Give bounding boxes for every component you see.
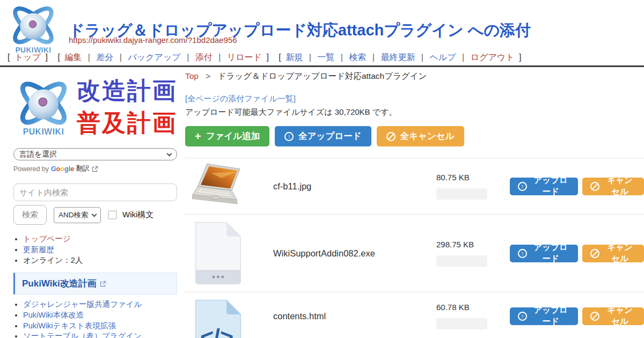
sidebar-link-core-mod[interactable]: PukiWiki本体改造 <box>23 311 84 319</box>
breadcrumb-current: ドラッグ＆ドロップアップロード対応attachプラグイン <box>218 71 427 80</box>
table-row: </> contents.html 60.78 KB アップロード キャンセル <box>185 292 644 338</box>
nav-item-top[interactable]: トップ <box>14 53 41 62</box>
upload-progress-bar <box>436 318 487 329</box>
nav-item-reload[interactable]: リロード <box>227 53 262 62</box>
pukiwiki-logo-text: PUKIWIKI <box>23 127 64 136</box>
bulk-actions: ファイル追加 全アップロード 全キャンセル <box>185 126 644 146</box>
add-file-button[interactable]: ファイル追加 <box>185 126 269 146</box>
laptop-photo-thumbnail <box>191 161 242 211</box>
google-translate-attribution: Powered by Google 翻訳 <box>13 164 177 173</box>
wiki-syntax-label: Wiki構文 <box>122 210 153 220</box>
external-link-icon <box>100 281 106 287</box>
file-name: contents.html <box>251 311 436 321</box>
file-size: 60.78 KB <box>436 303 502 312</box>
table-row: WikiSupportAddin082.exe 298.75 KB アップロード… <box>185 215 644 292</box>
max-upload-size-text: アップロード可能最大ファイルサイズは 30,720KB です。 <box>185 107 644 117</box>
list-item: 更新履歴 <box>23 245 177 254</box>
top-navbar: [ トップ ] [ 編集 | 差分 | バックアップ | 添付 | リロード ]… <box>5 52 523 63</box>
site-search-input[interactable] <box>13 183 177 201</box>
sidebar-link-sort-table[interactable]: ソートテーブル（表）プラグイン <box>23 332 142 338</box>
code-file-icon: </> <box>191 299 243 338</box>
sidebar-link-top-page[interactable]: トップページ <box>23 234 71 243</box>
sidebar-quick-links: トップページ 更新履歴 オンライン：2人 <box>23 234 177 265</box>
upload-circle-icon <box>518 182 527 191</box>
external-link-icon <box>92 166 98 172</box>
cancel-button[interactable]: キャンセル <box>582 178 644 195</box>
upload-queue-list: cf-b11.jpg 80.75 KB アップロード キャンセル <box>185 158 644 338</box>
translate-link[interactable]: 翻訳 <box>76 164 90 173</box>
all-attachments-link[interactable]: [全ページの添付ファイル一覧] <box>185 94 296 104</box>
nav-item-help[interactable]: ヘルプ <box>429 53 456 62</box>
breadcrumb-home-link[interactable]: Top <box>185 71 199 80</box>
google-logo-text: Google <box>51 165 74 173</box>
sidebar-section-header[interactable]: PukiWiki改造計画 <box>13 273 177 295</box>
upload-button[interactable]: アップロード <box>510 307 578 325</box>
ban-circle-icon <box>386 132 396 141</box>
ban-circle-icon <box>590 249 599 258</box>
generic-file-icon <box>191 221 243 285</box>
chevron-down-icon <box>92 211 97 217</box>
sidebar-link-common-files[interactable]: ダジャレンジャー版共通ファイル <box>23 300 142 308</box>
cancel-button[interactable]: キャンセル <box>582 307 644 325</box>
ban-circle-icon <box>590 312 599 321</box>
logo-word-kaizou: 改造計画 <box>77 78 178 103</box>
file-size: 298.75 KB <box>436 240 502 249</box>
wiki-syntax-checkbox[interactable] <box>108 210 117 219</box>
upload-circle-icon <box>518 249 527 258</box>
file-name: WikiSupportAddin082.exe <box>251 248 436 259</box>
logo-word-fukyuu: 普及計画 <box>77 111 178 135</box>
svg-text:</>: </> <box>200 324 233 338</box>
upload-progress-bar <box>436 255 487 267</box>
list-item: PukiWiki本体改造 <box>23 311 177 320</box>
sidebar: PUKIWIKI 改造計画 普及計画 言語を選択 Powered by Goog… <box>13 75 177 338</box>
sidebar-link-update-history[interactable]: 更新履歴 <box>23 245 54 254</box>
table-row: cf-b11.jpg 80.75 KB アップロード キャンセル <box>185 158 644 215</box>
upload-all-button[interactable]: 全アップロード <box>275 126 371 146</box>
upload-circle-icon <box>284 132 294 141</box>
file-size: 80.75 KB <box>436 173 502 182</box>
nav-item-diff[interactable]: 差分 <box>96 53 113 62</box>
upload-button[interactable]: アップロード <box>510 178 578 195</box>
nav-item-new[interactable]: 新規 <box>286 53 303 62</box>
header-divider <box>0 65 644 67</box>
nav-item-backup[interactable]: バックアップ <box>128 53 180 62</box>
search-mode-select[interactable]: AND検索 <box>54 207 101 223</box>
nav-item-search[interactable]: 検索 <box>349 53 366 62</box>
nav-item-logout[interactable]: ログアウト <box>471 53 515 62</box>
list-item: ダジャレンジャー版共通ファイル <box>23 300 177 310</box>
list-item: オンライン：2人 <box>23 256 177 265</box>
nav-item-list[interactable]: 一覧 <box>317 53 334 62</box>
sidebar-plugin-links: ダジャレンジャー版共通ファイル PukiWiki本体改造 PukiWikiテキス… <box>23 300 177 338</box>
nav-item-recent[interactable]: 最終更新 <box>380 53 415 62</box>
list-item: トップページ <box>23 234 177 244</box>
breadcrumb: Top > ドラッグ＆ドロップアップロード対応attachプラグイン <box>185 71 644 82</box>
sidebar-link-text-ext[interactable]: PukiWikiテキスト表現拡張 <box>23 321 116 330</box>
page-url-link[interactable]: https://pukiwiki.dajya-ranger.com/?1bd2d… <box>69 35 237 45</box>
pukiwiki-atom-logo-icon[interactable]: PUKIWIKI <box>6 2 60 55</box>
breadcrumb-separator: > <box>206 71 210 80</box>
ban-circle-icon <box>590 182 599 191</box>
file-name: cf-b11.jpg <box>251 181 436 192</box>
online-count: オンライン：2人 <box>23 256 83 264</box>
plus-icon <box>195 131 201 142</box>
nav-item-edit[interactable]: 編集 <box>64 53 82 62</box>
language-select[interactable]: 言語を選択 <box>13 148 177 160</box>
main-content: Top > ドラッグ＆ドロップアップロード対応attachプラグイン [全ページ… <box>185 71 644 338</box>
upload-progress-bar <box>436 188 487 200</box>
chevron-down-icon <box>167 151 172 156</box>
cancel-all-button[interactable]: 全キャンセル <box>377 126 464 146</box>
search-button[interactable]: 検索 <box>13 205 47 225</box>
nav-item-attach[interactable]: 添付 <box>195 53 213 62</box>
upload-button[interactable]: アップロード <box>510 245 578 262</box>
list-item: ソートテーブル（表）プラグイン <box>23 332 177 338</box>
cancel-button[interactable]: キャンセル <box>582 245 644 262</box>
pukiwiki-atom-logo-icon: PUKIWIKI <box>13 75 74 138</box>
upload-circle-icon <box>518 312 527 321</box>
sidebar-site-logo[interactable]: PUKIWIKI 改造計画 普及計画 <box>13 75 177 138</box>
list-item: PukiWikiテキスト表現拡張 <box>23 321 177 331</box>
